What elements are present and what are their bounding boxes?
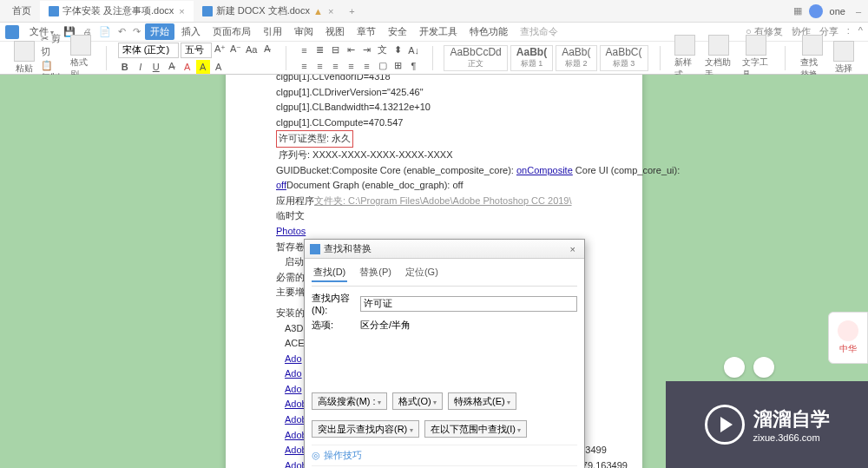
close-icon[interactable]: × [328, 6, 333, 16]
new-tab-button[interactable]: + [342, 6, 361, 16]
read-highlight-button[interactable]: 突出显示查找内容(R) [312, 420, 419, 438]
align-left-button[interactable]: ≡ [298, 59, 312, 73]
doc-line: offDocument Graph (enable_doc_graph): of… [276, 178, 621, 194]
find-highlight: 许可证类型: 永久 [276, 130, 353, 148]
cut-button[interactable]: ✂ 剪切 [41, 32, 64, 58]
close-icon[interactable]: × [179, 6, 184, 16]
style-heading3[interactable]: AaBbC(标题 3 [600, 45, 648, 71]
play-icon [705, 405, 745, 445]
sort-button[interactable]: A↓ [407, 43, 421, 57]
options-label: 选项: [312, 319, 360, 332]
devtools-menu[interactable]: 开发工具 [414, 23, 463, 40]
close-icon[interactable]: × [567, 244, 579, 254]
font-name-select[interactable] [118, 43, 179, 58]
change-case-button[interactable]: Aa [245, 43, 259, 56]
doc-line: clgpu[1].CLDriverVersion="425.46" [276, 85, 621, 101]
new-style-icon [674, 35, 695, 56]
doc-line: Photos [276, 224, 621, 240]
avatar[interactable] [809, 4, 823, 18]
tab-replace[interactable]: 替换(P) [358, 264, 393, 282]
style-normal[interactable]: AaBbCcDd正文 [444, 45, 507, 71]
find-input[interactable] [360, 296, 577, 312]
doc-assistant-icon [708, 35, 729, 56]
find-command[interactable]: 查找命令 [515, 23, 563, 40]
text-direction-button[interactable]: 文 [376, 43, 390, 57]
select-button[interactable]: 选择 [830, 39, 858, 76]
line-spacing-button[interactable]: ⬍ [391, 43, 405, 57]
tool-dot[interactable] [753, 357, 774, 378]
home-tab[interactable]: 首页 [3, 1, 40, 22]
ribbon: 粘贴 ✂ 剪切 📋 复制 格式刷 A⁺ A⁻ Aa A̶ B I U A̶ A … [0, 42, 868, 75]
tab-goto[interactable]: 定位(G) [404, 264, 440, 282]
increase-indent-button[interactable]: ⇥ [360, 43, 374, 57]
options-value: 区分全/半角 [360, 319, 411, 332]
watermark-url: zixue.3d66.com [753, 432, 830, 443]
section-menu[interactable]: 章节 [352, 23, 381, 40]
style-heading1[interactable]: AaBb(标题 1 [510, 45, 553, 71]
distribute-button[interactable]: ≡ [360, 59, 374, 73]
side-badge[interactable]: 中华 [828, 312, 868, 364]
minimize-icon[interactable]: – [852, 6, 865, 16]
shrink-font-button[interactable]: A⁻ [229, 43, 243, 56]
watermark: 溜溜自学 zixue.3d66.com [666, 381, 868, 468]
dialog-title: 查找和替换 [324, 242, 372, 255]
in-range-button[interactable]: 在以下范围中查找(I) [424, 420, 528, 438]
doc-line: 临时文 [276, 208, 621, 224]
titlebar: 首页 字体安装 及注意事项.docx × 新建 DOCX 文档.docx ▲ ×… [0, 0, 868, 23]
doc-line: 应用程序文件夹: C:\Program Files\Adobe\Adobe Ph… [276, 194, 621, 209]
insert-menu[interactable]: 插入 [176, 23, 206, 40]
dialog-titlebar[interactable]: 查找和替换 × [305, 240, 584, 259]
tab-find[interactable]: 查找(D) [312, 264, 347, 282]
underline-button[interactable]: U [149, 60, 163, 74]
app-grid-icon[interactable]: ▦ [793, 5, 802, 16]
multilevel-list-button[interactable]: ⊟ [329, 43, 343, 57]
search-icon [802, 35, 823, 56]
show-marks-button[interactable]: ¶ [407, 59, 421, 73]
view-menu[interactable]: 视图 [320, 23, 350, 40]
special-menu[interactable]: 特色功能 [464, 23, 513, 40]
doc-line: clgpu[1].CLCompute=470.547 [276, 115, 621, 131]
text-tools-icon [746, 35, 766, 56]
advanced-search-button[interactable]: 高级搜索(M) : [312, 392, 387, 410]
align-right-button[interactable]: ≡ [329, 59, 343, 73]
font-border-button[interactable]: A [212, 60, 226, 74]
grow-font-button[interactable]: A⁺ [214, 43, 227, 56]
number-list-button[interactable]: ≣ [313, 43, 327, 57]
security-menu[interactable]: 安全 [383, 23, 412, 40]
start-menu[interactable]: 开始 [145, 23, 174, 40]
references-menu[interactable]: 引用 [258, 23, 287, 40]
strike-button[interactable]: A̶ [165, 60, 179, 74]
find-content-label: 查找内容(N): [312, 292, 360, 315]
floating-tools [724, 357, 774, 378]
font-color-button[interactable]: A [181, 60, 194, 74]
doc-line: clgpu[1].CLVendorID=4318 [276, 75, 621, 85]
italic-button[interactable]: I [134, 60, 148, 74]
tips-link[interactable]: 操作技巧 [324, 449, 362, 462]
clear-format-button[interactable]: A̶ [260, 43, 274, 56]
decrease-indent-button[interactable]: ⇤ [345, 43, 358, 57]
highlight-button[interactable]: A [196, 60, 210, 74]
format-button[interactable]: 格式(O) [392, 392, 443, 410]
borders-button[interactable]: ⊞ [391, 59, 405, 73]
undo-icon[interactable]: ↶ [115, 26, 128, 37]
special-format-button[interactable]: 特殊格式(E) [448, 392, 516, 410]
find-replace-dialog: 查找和替换 × 查找(D) 替换(P) 定位(G) 查找内容(N): 选项: 区… [304, 239, 585, 468]
redo-icon[interactable]: ↷ [130, 26, 143, 37]
bullet-list-button[interactable]: ≡ [298, 43, 312, 57]
bold-button[interactable]: B [118, 60, 132, 74]
doc-tab-2[interactable]: 新建 DOCX 文档.docx ▲ × [194, 1, 343, 22]
watermark-brand: 溜溜自学 [753, 408, 830, 430]
font-size-select[interactable] [181, 43, 212, 58]
review-menu[interactable]: 审阅 [289, 23, 319, 40]
style-heading2[interactable]: AaBb(标题 2 [556, 45, 596, 71]
doc-tab-1[interactable]: 字体安装 及注意事项.docx × [40, 1, 194, 22]
align-center-button[interactable]: ≡ [313, 59, 327, 73]
shading-button[interactable]: ▢ [376, 59, 390, 73]
paste-button[interactable]: 粘贴 [10, 39, 38, 76]
preview-icon[interactable]: 📄 [96, 26, 114, 37]
justify-button[interactable]: ≡ [345, 59, 358, 73]
username: one [830, 6, 845, 16]
doc-line: GUIDBucket:Composite Core (enable_compos… [276, 163, 621, 179]
page-layout-menu[interactable]: 页面布局 [207, 23, 256, 40]
tool-dot[interactable] [724, 357, 745, 378]
